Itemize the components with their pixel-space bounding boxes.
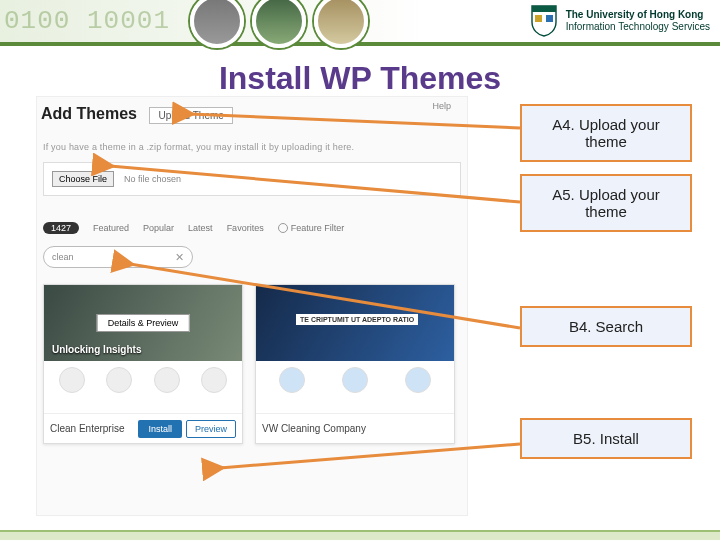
circle-image-2 xyxy=(252,0,306,48)
svg-rect-1 xyxy=(546,15,553,22)
callout-a4: A4. Upload your theme xyxy=(520,104,692,162)
card2-name: VW Cleaning Company xyxy=(262,423,366,434)
theme-cards-grid: Unlocking Insights Details & Preview Cle… xyxy=(37,274,467,454)
add-themes-heading: Add Themes xyxy=(37,97,137,123)
header-circle-images xyxy=(190,0,368,48)
install-button[interactable]: Install xyxy=(138,420,182,438)
slide-footer-bar xyxy=(0,530,720,540)
theme-card-2[interactable]: TE CRIPTUMIT UT ADEPTO RATIO VW Cleaning… xyxy=(255,284,455,444)
callout-b5: B5. Install xyxy=(520,418,692,459)
org-logo-block: The University of Hong Kong Information … xyxy=(530,4,710,38)
org-name-line1: The University of Hong Kong xyxy=(566,9,710,21)
feature-filter-button[interactable]: Feature Filter xyxy=(278,223,345,233)
details-preview-button[interactable]: Details & Preview xyxy=(97,314,190,332)
callout-b4: B4. Search xyxy=(520,306,692,347)
slide-title: Install WP Themes xyxy=(0,60,720,97)
help-link[interactable]: Help xyxy=(432,101,451,111)
hku-shield-icon xyxy=(530,4,558,38)
svg-rect-0 xyxy=(535,15,542,22)
org-name-line2: Information Technology Services xyxy=(566,21,710,33)
theme-count-badge: 1427 xyxy=(43,222,79,234)
no-file-text: No file chosen xyxy=(124,174,181,184)
tab-popular[interactable]: Popular xyxy=(143,223,174,233)
circle-image-1 xyxy=(190,0,244,48)
theme-tabs-row: 1427 Featured Popular Latest Favorites F… xyxy=(37,216,467,240)
card1-overlay-text: Unlocking Insights xyxy=(52,344,141,355)
callout-a5: A5. Upload your theme xyxy=(520,174,692,232)
gear-icon xyxy=(278,223,288,233)
theme-search-input[interactable]: clean ✕ xyxy=(43,246,193,268)
card2-overlay-text: TE CRIPTUMIT UT ADEPTO RATIO xyxy=(296,314,418,325)
upload-theme-button[interactable]: Upload Theme xyxy=(149,107,232,124)
zip-instruction-text: If you have a theme in a .zip format, yo… xyxy=(43,142,467,152)
tab-favorites[interactable]: Favorites xyxy=(227,223,264,233)
choose-file-button[interactable]: Choose File xyxy=(52,171,114,187)
search-value: clean xyxy=(52,252,74,262)
card1-name: Clean Enterprise xyxy=(50,423,124,434)
clear-search-icon[interactable]: ✕ xyxy=(175,251,184,264)
binary-decor: 0100 10001 xyxy=(4,6,170,36)
preview-button[interactable]: Preview xyxy=(186,420,236,438)
tab-featured[interactable]: Featured xyxy=(93,223,129,233)
slide-header: 0100 10001 The University of Hong Kong I… xyxy=(0,0,720,46)
theme-card-1[interactable]: Unlocking Insights Details & Preview Cle… xyxy=(43,284,243,444)
circle-image-3 xyxy=(314,0,368,48)
tab-latest[interactable]: Latest xyxy=(188,223,213,233)
wp-screenshot: Help Add Themes Upload Theme If you have… xyxy=(36,96,468,516)
file-upload-box: Choose File No file chosen xyxy=(43,162,461,196)
